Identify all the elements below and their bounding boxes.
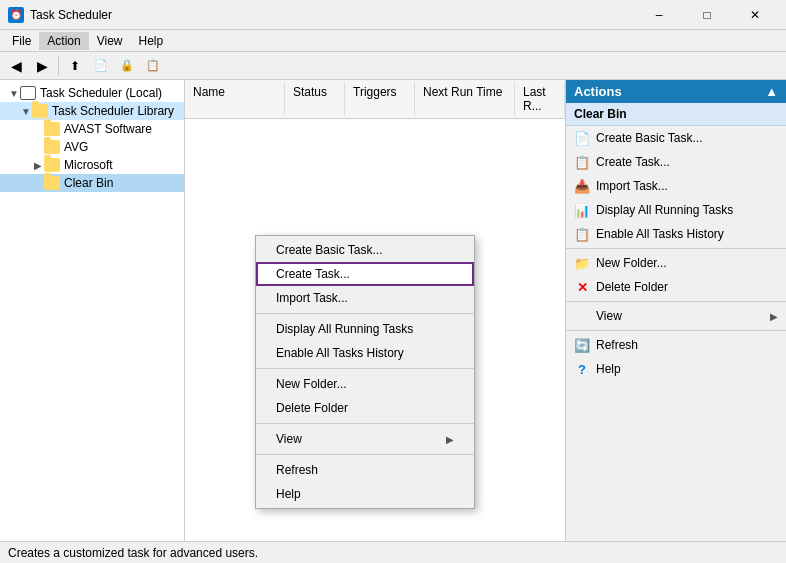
tree-label-clearbin: Clear Bin [64, 176, 113, 190]
table-header: Name Status Triggers Next Run Time Last … [185, 80, 565, 119]
menu-help[interactable]: Help [131, 32, 172, 50]
close-button[interactable]: ✕ [732, 0, 778, 30]
toolbar-forward[interactable]: ▶ [30, 54, 54, 78]
maximize-button[interactable]: □ [684, 0, 730, 30]
expand-arrow-local: ▼ [8, 88, 20, 99]
ctx-view[interactable]: View ▶ [256, 427, 474, 451]
action-label-display-running: Display All Running Tasks [596, 203, 733, 217]
ctx-delete-folder[interactable]: Delete Folder [256, 396, 474, 420]
menu-view[interactable]: View [89, 32, 131, 50]
center-panel: Name Status Triggers Next Run Time Last … [185, 80, 566, 541]
expand-arrow-library: ▼ [20, 106, 32, 117]
tree-item-clearbin[interactable]: Clear Bin [0, 174, 184, 192]
delete-folder-icon: ✕ [574, 279, 590, 295]
ctx-sep-1 [256, 313, 474, 314]
app-icon: ⏰ [8, 7, 24, 23]
action-view[interactable]: View ▶ [566, 304, 786, 328]
toolbar-back[interactable]: ◀ [4, 54, 28, 78]
action-enable-history[interactable]: 📋 Enable All Tasks History [566, 222, 786, 246]
toolbar-clipboard[interactable]: 📋 [141, 54, 165, 78]
window-controls: – □ ✕ [636, 0, 778, 30]
action-label-refresh: Refresh [596, 338, 638, 352]
action-display-running[interactable]: 📊 Display All Running Tasks [566, 198, 786, 222]
action-new-folder[interactable]: 📁 New Folder... [566, 251, 786, 275]
col-header-next[interactable]: Next Run Time [415, 82, 515, 116]
tree-item-local[interactable]: ▼ Task Scheduler (Local) [0, 84, 184, 102]
ctx-new-folder[interactable]: New Folder... [256, 372, 474, 396]
folder-icon-clearbin [44, 176, 60, 190]
action-refresh[interactable]: 🔄 Refresh [566, 333, 786, 357]
actions-header: Actions ▲ [566, 80, 786, 103]
tree-label-avg: AVG [64, 140, 88, 154]
action-import-task[interactable]: 📥 Import Task... [566, 174, 786, 198]
ctx-sep-3 [256, 423, 474, 424]
ctx-refresh[interactable]: Refresh [256, 458, 474, 482]
action-label-import-task: Import Task... [596, 179, 668, 193]
tree-item-avast[interactable]: AVAST Software [0, 120, 184, 138]
new-folder-icon: 📁 [574, 255, 590, 271]
folder-icon-microsoft [44, 158, 60, 172]
action-label-enable-history: Enable All Tasks History [596, 227, 724, 241]
action-delete-folder[interactable]: ✕ Delete Folder [566, 275, 786, 299]
toolbar-lock[interactable]: 🔒 [115, 54, 139, 78]
action-label-create-basic: Create Basic Task... [596, 131, 703, 145]
ctx-help[interactable]: Help [256, 482, 474, 506]
col-header-status[interactable]: Status [285, 82, 345, 116]
action-label-delete-folder: Delete Folder [596, 280, 668, 294]
main-layout: ▼ Task Scheduler (Local) ▼ Task Schedule… [0, 80, 786, 541]
toolbar: ◀ ▶ ⬆ 📄 🔒 📋 [0, 52, 786, 80]
minimize-button[interactable]: – [636, 0, 682, 30]
action-label-create-task: Create Task... [596, 155, 670, 169]
ctx-view-label: View [276, 432, 302, 446]
expand-arrow-microsoft: ▶ [32, 160, 44, 171]
folder-icon-avg [44, 140, 60, 154]
toolbar-up[interactable]: ⬆ [63, 54, 87, 78]
ctx-display-running[interactable]: Display All Running Tasks [256, 317, 474, 341]
folder-icon-library [32, 104, 48, 118]
create-task-icon: 📋 [574, 154, 590, 170]
right-panel: Actions ▲ Clear Bin 📄 Create Basic Task.… [566, 80, 786, 541]
action-create-task[interactable]: 📋 Create Task... [566, 150, 786, 174]
actions-title: Actions [574, 84, 622, 99]
left-panel: ▼ Task Scheduler (Local) ▼ Task Schedule… [0, 80, 185, 541]
ctx-create-task[interactable]: Create Task... [256, 262, 474, 286]
tree-item-avg[interactable]: AVG [0, 138, 184, 156]
action-sep-2 [566, 301, 786, 302]
tree-label-library: Task Scheduler Library [52, 104, 174, 118]
toolbar-doc1[interactable]: 📄 [89, 54, 113, 78]
col-header-name[interactable]: Name [185, 82, 285, 116]
action-sep-3 [566, 330, 786, 331]
ctx-import-task[interactable]: Import Task... [256, 286, 474, 310]
col-header-last[interactable]: Last R... [515, 82, 565, 116]
context-menu: Create Basic Task... Create Task... Impo… [255, 235, 475, 509]
tree-item-library[interactable]: ▼ Task Scheduler Library [0, 102, 184, 120]
menu-bar: File Action View Help [0, 30, 786, 52]
action-help[interactable]: ? Help [566, 357, 786, 381]
window-title: Task Scheduler [30, 8, 636, 22]
action-label-view: View [596, 309, 622, 323]
menu-action[interactable]: Action [39, 32, 88, 50]
tree-item-microsoft[interactable]: ▶ Microsoft [0, 156, 184, 174]
action-create-basic[interactable]: 📄 Create Basic Task... [566, 126, 786, 150]
status-bar: Creates a customized task for advanced u… [0, 541, 786, 563]
toolbar-separator-1 [58, 56, 59, 76]
col-header-triggers[interactable]: Triggers [345, 82, 415, 116]
action-label-help: Help [596, 362, 621, 376]
ctx-sep-4 [256, 454, 474, 455]
ctx-view-arrow: ▶ [446, 434, 454, 445]
tree-label-avast: AVAST Software [64, 122, 152, 136]
menu-file[interactable]: File [4, 32, 39, 50]
ctx-create-basic-task[interactable]: Create Basic Task... [256, 238, 474, 262]
create-basic-icon: 📄 [574, 130, 590, 146]
tree-label-microsoft: Microsoft [64, 158, 113, 172]
view-arrow-icon: ▶ [770, 311, 778, 322]
tree-label-local: Task Scheduler (Local) [40, 86, 162, 100]
folder-icon-avast [44, 122, 60, 136]
status-text: Creates a customized task for advanced u… [8, 546, 258, 560]
computer-icon [20, 86, 36, 100]
enable-history-icon: 📋 [574, 226, 590, 242]
action-sep-1 [566, 248, 786, 249]
view-icon [574, 308, 590, 324]
actions-expand-icon: ▲ [765, 84, 778, 99]
ctx-enable-history[interactable]: Enable All Tasks History [256, 341, 474, 365]
